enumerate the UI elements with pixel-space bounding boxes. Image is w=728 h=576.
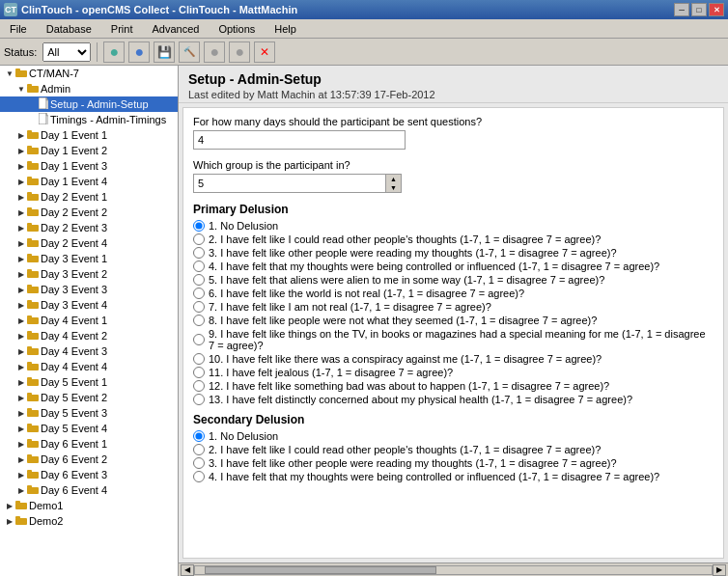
tree-item-label: Day 5 Event 2 (41, 392, 107, 403)
tree-item[interactable]: ▶Day 3 Event 3 (0, 282, 178, 297)
maximize-button[interactable]: □ (691, 3, 707, 16)
svg-rect-9 (27, 130, 32, 133)
secondary-delusion-radio[interactable] (193, 471, 205, 482)
svg-rect-35 (27, 331, 32, 334)
primary-delusion-radio[interactable] (193, 334, 205, 345)
svg-rect-18 (27, 209, 39, 216)
svg-rect-24 (27, 256, 39, 262)
scroll-left-button[interactable]: ◀ (181, 564, 194, 576)
tree-item[interactable]: ▶Day 2 Event 1 (0, 189, 178, 205)
primary-delusion-option: 9. I have felt like things on the TV, in… (193, 328, 714, 351)
tree-expand-icon: ▶ (15, 270, 27, 279)
tree-item-label: Day 3 Event 3 (41, 284, 107, 295)
menu-print[interactable]: Print (105, 21, 139, 37)
primary-delusion-radio[interactable] (193, 380, 205, 392)
svg-rect-56 (15, 503, 27, 509)
svg-rect-5 (46, 100, 48, 109)
primary-delusion-radio[interactable] (193, 220, 205, 232)
tree-item[interactable]: ▶Day 3 Event 1 (0, 251, 178, 266)
tree-item[interactable]: Timings - Admin-Timings (0, 112, 178, 127)
menu-file[interactable]: File (4, 21, 33, 37)
tree-item[interactable]: ▶Day 1 Event 3 (0, 158, 178, 174)
primary-delusion-radio[interactable] (193, 367, 205, 378)
scroll-track[interactable] (194, 565, 713, 575)
tree-expand-icon: ▶ (15, 471, 27, 480)
tree-item[interactable]: ▼CT/MAN-7 (0, 66, 178, 81)
tree-item-label: Day 6 Event 3 (41, 469, 107, 480)
primary-delusion-radio[interactable] (193, 233, 205, 245)
secondary-delusion-radio[interactable] (193, 444, 205, 455)
tree-item[interactable]: ▶Demo1 (0, 498, 178, 513)
tree-item[interactable]: ▶Day 5 Event 2 (0, 390, 178, 405)
tree-item[interactable]: ▶Day 2 Event 2 (0, 205, 178, 220)
tree-item[interactable]: ▶Day 4 Event 4 (0, 359, 178, 374)
secondary-delusion-radio[interactable] (193, 430, 205, 442)
tree-item[interactable]: ▶Day 2 Event 3 (0, 220, 178, 235)
primary-delusion-radio[interactable] (193, 315, 205, 326)
menu-help[interactable]: Help (268, 21, 302, 37)
tree-item[interactable]: ▶Day 4 Event 2 (0, 328, 178, 343)
toolbar-settings[interactable]: 🔨 (179, 41, 200, 63)
primary-delusion-radio[interactable] (193, 288, 205, 299)
tree-item[interactable]: ▶Day 1 Event 4 (0, 174, 178, 189)
tree-folder-icon (27, 268, 39, 280)
tree-item[interactable]: ▶Day 6 Event 4 (0, 482, 178, 498)
tree-item[interactable]: ▶Day 3 Event 4 (0, 297, 178, 313)
tree-item-label: Day 1 Event 3 (41, 160, 107, 172)
tree-folder-icon (27, 83, 39, 95)
tree-item[interactable]: ▶Day 6 Event 1 (0, 436, 178, 452)
tree-item[interactable]: ▶Day 5 Event 3 (0, 405, 178, 421)
tree-item[interactable]: ▶Day 6 Event 2 (0, 452, 178, 467)
tree-item[interactable]: ▶Day 1 Event 1 (0, 127, 178, 143)
days-input[interactable] (193, 130, 406, 150)
tree-item[interactable]: Setup - Admin-Setup (0, 96, 178, 112)
primary-delusion-radio[interactable] (193, 261, 205, 272)
primary-delusion-radio[interactable] (193, 247, 205, 259)
tree-folder-icon (27, 145, 39, 156)
primary-delusion-option: 6. I have felt like the world is not rea… (193, 288, 714, 299)
tree-item[interactable]: ▶Day 3 Event 2 (0, 266, 178, 282)
tree-item-label: Day 4 Event 2 (41, 330, 107, 342)
menu-database[interactable]: Database (41, 21, 98, 37)
tree-item[interactable]: ▶Day 4 Event 1 (0, 313, 178, 328)
primary-delusion-radio[interactable] (193, 301, 205, 313)
minimize-button[interactable]: ─ (674, 3, 689, 16)
primary-delusion-option: 3. I have felt like other people were re… (193, 247, 714, 259)
tree-item[interactable]: ▶Day 5 Event 1 (0, 374, 178, 390)
tree-item[interactable]: ▶Day 4 Event 3 (0, 343, 178, 359)
status-select[interactable]: All (42, 42, 91, 62)
tree-item[interactable]: ▶Demo2 (0, 513, 178, 529)
tree-item[interactable]: ▼Admin (0, 81, 178, 96)
tree-expand-icon: ▶ (4, 517, 15, 526)
primary-delusion-option: 13. I have felt distinctly concerned abo… (193, 394, 714, 405)
scroll-right-button[interactable]: ▶ (713, 564, 726, 576)
primary-delusion-radio[interactable] (193, 394, 205, 405)
group-input[interactable] (193, 174, 386, 193)
tree-expand-icon: ▶ (15, 208, 27, 217)
toolbar-btn-1[interactable]: ● (103, 41, 125, 63)
tree-item[interactable]: ▶Day 1 Event 2 (0, 143, 178, 158)
group-label: Which group is the participant in? (193, 159, 714, 171)
tree-item[interactable]: ▶Day 2 Event 4 (0, 235, 178, 251)
primary-delusion-radio[interactable] (193, 353, 205, 365)
menu-advanced[interactable]: Advanced (146, 21, 205, 37)
tree-item[interactable]: ▶Day 6 Event 3 (0, 467, 178, 482)
tree-folder-icon (27, 453, 39, 465)
secondary-delusion-radio[interactable] (193, 457, 205, 469)
primary-delusion-radio[interactable] (193, 274, 205, 286)
toolbar-btn-2[interactable]: ● (128, 41, 150, 63)
toolbar-btn-5[interactable]: ● (204, 41, 225, 63)
svg-rect-59 (15, 516, 20, 519)
menu-options[interactable]: Options (212, 21, 261, 37)
tree-item-label: Day 3 Event 1 (41, 253, 107, 264)
tree-item[interactable]: ▶Day 5 Event 4 (0, 421, 178, 436)
primary-delusion-option: 4. I have felt that my thoughts were bei… (193, 261, 714, 272)
scroll-thumb[interactable] (205, 566, 436, 574)
toolbar-save[interactable]: 💾 (154, 41, 175, 63)
svg-rect-32 (27, 317, 39, 324)
toolbar-btn-6[interactable]: ● (229, 41, 250, 63)
tree-folder-icon (15, 515, 27, 527)
close-button[interactable]: ✕ (709, 3, 724, 16)
toolbar-close[interactable]: ✕ (254, 41, 275, 63)
spinner-button[interactable]: ▲ ▼ (386, 174, 402, 193)
